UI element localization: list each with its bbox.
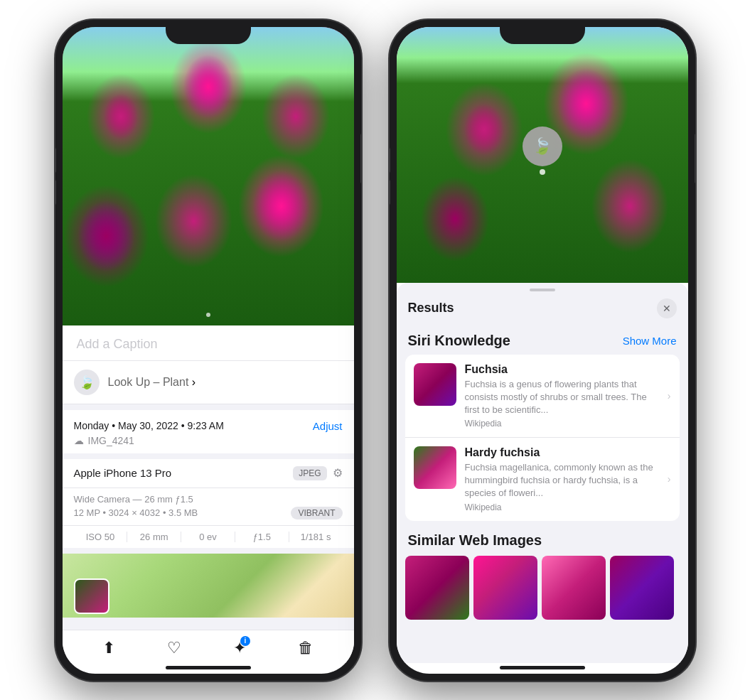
delete-icon[interactable]: 🗑	[298, 639, 314, 657]
siri-leaf-icon: 🍃	[532, 137, 552, 156]
ev-value: 0 ev	[181, 532, 235, 542]
photo-area[interactable]	[63, 27, 354, 325]
right-home-bar	[500, 666, 585, 669]
hardy-source: Wikipedia	[465, 502, 659, 512]
bottom-toolbar: ⬆ ♡ ✦ 🗑	[63, 630, 354, 663]
results-photo-area: 🍃	[397, 27, 688, 283]
similar-title: Similar Web Images	[405, 532, 680, 549]
page-dot	[206, 313, 210, 317]
device-name: Apple iPhone 13 Pro	[74, 467, 172, 479]
date-text: Monday • May 30, 2022 • 9:23 AM	[74, 420, 224, 431]
vol-up-button	[55, 148, 56, 173]
left-phone-screen: Add a Caption 🍃 Look Up – Plant › Monday…	[63, 27, 354, 674]
map-thumbnail	[74, 578, 109, 614]
exif-row: ISO 50 26 mm 0 ev ƒ1.5 1/181 s	[63, 526, 354, 548]
hardy-thumbnail	[414, 446, 456, 489]
aperture-value: ƒ1.5	[235, 532, 289, 542]
date-row: Monday • May 30, 2022 • 9:23 AM Adjust	[74, 420, 343, 432]
camera-line2: 12 MP • 3024 × 4032 • 3.5 MB VIBRANT	[74, 507, 343, 519]
results-panel: Results ✕ Siri Knowledge Show More	[397, 283, 688, 663]
caption-placeholder[interactable]: Add a Caption	[77, 337, 158, 351]
right-phone: 🍃 Results ✕ Siri Knowledge Show More	[390, 20, 695, 681]
hardy-chevron: ›	[668, 473, 671, 485]
results-screen: 🍃 Results ✕ Siri Knowledge Show More	[397, 27, 688, 674]
right-volume-buttons	[390, 148, 390, 212]
left-phone: Add a Caption 🍃 Look Up – Plant › Monday…	[55, 20, 361, 681]
lookup-row[interactable]: 🍃 Look Up – Plant ›	[63, 361, 354, 404]
similar-image-2[interactable]	[473, 556, 537, 620]
cloud-icon: ☁	[74, 435, 84, 446]
file-name-row: ☁ IMG_4241	[74, 435, 343, 446]
camera-type: Wide Camera — 26 mm ƒ1.5	[74, 494, 343, 505]
right-vol-up	[390, 148, 390, 173]
hardy-desc: Fuchsia magellanica, commonly known as t…	[465, 461, 659, 500]
similar-images	[405, 556, 680, 620]
show-more-button[interactable]: Show More	[623, 335, 677, 347]
info-section: Monday • May 30, 2022 • 9:23 AM Adjust ☁…	[63, 404, 354, 630]
results-content: Siri Knowledge Show More Fuchsia Fuchsia…	[397, 327, 688, 663]
results-header: Results ✕	[397, 291, 688, 327]
file-name: IMG_4241	[88, 435, 134, 446]
fuchsia-info: Fuchsia Fuchsia is a genus of flowering …	[465, 363, 659, 429]
volume-buttons	[55, 148, 56, 212]
siri-avatar: 🍃	[523, 126, 562, 166]
info-icon[interactable]: ✦	[233, 639, 246, 657]
fuchsia-title: Fuchsia	[465, 363, 659, 376]
jpeg-badge: JPEG	[293, 466, 326, 480]
adjust-button[interactable]: Adjust	[313, 420, 343, 432]
caption-area[interactable]: Add a Caption	[63, 325, 354, 361]
close-button[interactable]: ✕	[657, 298, 677, 318]
results-title: Results	[408, 301, 454, 316]
similar-section: Similar Web Images	[405, 532, 680, 620]
focal-length: 26 mm	[127, 532, 181, 542]
leaf-icon: 🍃	[79, 375, 95, 390]
device-badges: JPEG ⚙	[293, 466, 342, 480]
vibrant-badge: VIBRANT	[291, 507, 342, 519]
lookup-subject: Plant	[159, 376, 188, 388]
fuchsia-thumbnail	[414, 363, 456, 406]
camera-info: Wide Camera — 26 mm ƒ1.5 12 MP • 3024 × …	[63, 488, 354, 526]
vol-down-button	[55, 180, 56, 205]
home-bar	[166, 666, 251, 669]
lookup-text[interactable]: Look Up – Plant ›	[108, 376, 196, 389]
results-handle-area	[397, 283, 688, 291]
device-row: Apple iPhone 13 Pro JPEG ⚙	[63, 459, 354, 488]
fuchsia-desc: Fuchsia is a genus of flowering plants t…	[465, 378, 659, 417]
lookup-label: Look Up –	[108, 376, 160, 388]
knowledge-item-fuchsia[interactable]: Fuchsia Fuchsia is a genus of flowering …	[405, 355, 680, 438]
hardy-title: Hardy fuchsia	[465, 446, 659, 459]
knowledge-card: Fuchsia Fuchsia is a genus of flowering …	[405, 355, 680, 521]
settings-icon: ⚙	[333, 466, 343, 480]
siri-dot	[540, 169, 545, 175]
knowledge-item-hardy[interactable]: Hardy fuchsia Fuchsia magellanica, commo…	[405, 438, 680, 521]
iso-value: ISO 50	[74, 532, 128, 542]
flower-photo	[63, 27, 354, 325]
right-vol-down	[390, 180, 390, 205]
similar-image-3[interactable]	[542, 556, 606, 620]
share-icon[interactable]: ⬆	[102, 639, 115, 657]
resolution-text: 12 MP • 3024 × 4032 • 3.5 MB	[74, 507, 198, 518]
similar-image-4[interactable]	[610, 556, 674, 620]
right-phone-screen: 🍃 Results ✕ Siri Knowledge Show More	[397, 27, 688, 674]
device-section: Apple iPhone 13 Pro JPEG ⚙ Wide Camera —…	[63, 459, 354, 548]
similar-image-1[interactable]	[405, 556, 469, 620]
date-section: Monday • May 30, 2022 • 9:23 AM Adjust ☁…	[63, 410, 354, 453]
map-area[interactable]	[63, 554, 354, 618]
lookup-icon-circle: 🍃	[74, 370, 100, 395]
hardy-info: Hardy fuchsia Fuchsia magellanica, commo…	[465, 446, 659, 512]
siri-knowledge-title: Siri Knowledge	[408, 333, 510, 349]
favorite-icon[interactable]: ♡	[167, 639, 181, 657]
photo-screen: Add a Caption 🍃 Look Up – Plant › Monday…	[63, 27, 354, 674]
fuchsia-source: Wikipedia	[465, 419, 659, 429]
fuchsia-chevron: ›	[668, 390, 671, 402]
shutter-speed: 1/181 s	[289, 532, 343, 542]
siri-knowledge-header: Siri Knowledge Show More	[405, 327, 680, 355]
